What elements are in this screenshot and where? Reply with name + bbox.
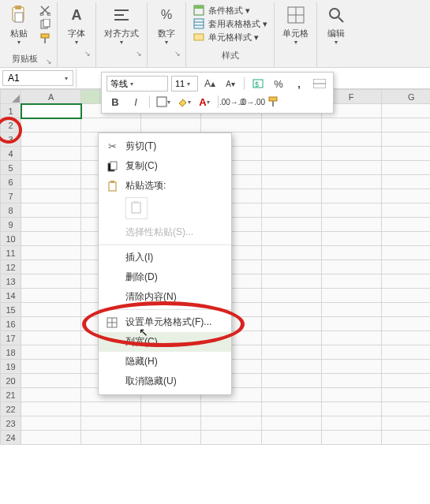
cell-A22[interactable]: [21, 402, 81, 416]
mini-shrink-font-icon[interactable]: A▾: [222, 76, 239, 91]
cell-G1[interactable]: [381, 104, 430, 118]
row-header-17[interactable]: 17: [1, 331, 21, 345]
cell-G19[interactable]: [381, 360, 430, 374]
cell-A15[interactable]: [21, 303, 81, 317]
cell-E2[interactable]: [261, 118, 321, 133]
cell-E3[interactable]: [261, 133, 321, 147]
cell-G20[interactable]: [381, 374, 430, 388]
row-header-13[interactable]: 13: [1, 274, 21, 289]
ctx-clear[interactable]: 清除内容(N): [99, 287, 231, 307]
cell-G17[interactable]: [381, 331, 430, 345]
cell-G5[interactable]: [381, 161, 430, 175]
clipboard-dialog-launcher-icon[interactable]: ↘: [46, 58, 52, 65]
cell-G21[interactable]: [381, 388, 430, 402]
cell-G16[interactable]: [381, 317, 430, 331]
row-header-19[interactable]: 19: [1, 360, 21, 374]
cell-D22[interactable]: [201, 402, 261, 416]
mini-font-name[interactable]: 等线▾: [107, 76, 168, 91]
ctx-cut[interactable]: ✂ 剪切(T): [99, 136, 231, 156]
name-box[interactable]: A1 ▾: [2, 70, 73, 86]
mini-font-color-icon[interactable]: A▾: [196, 94, 213, 110]
cell-E19[interactable]: [261, 360, 321, 374]
row-header-23[interactable]: 23: [1, 416, 21, 431]
mini-dec-decimal-icon[interactable]: .00→.0: [223, 94, 241, 110]
cell-D2[interactable]: [201, 118, 261, 133]
cell-E15[interactable]: [261, 303, 321, 317]
cell-B23[interactable]: [81, 416, 141, 431]
cell-E22[interactable]: [261, 402, 321, 416]
row-header-22[interactable]: 22: [1, 402, 21, 416]
ctx-hide[interactable]: 隐藏(H): [99, 352, 231, 371]
table-format-button[interactable]: 套用表格格式 ▾: [193, 17, 267, 30]
cell-E23[interactable]: [261, 416, 321, 431]
copy-icon[interactable]: [38, 18, 52, 31]
font-button[interactable]: A 字体 ▾: [61, 2, 92, 47]
row-header-4[interactable]: 4: [1, 147, 21, 161]
cell-A3[interactable]: [21, 133, 81, 147]
cell-A5[interactable]: [21, 161, 81, 175]
mini-format-painter-icon[interactable]: [264, 94, 282, 110]
cell-F20[interactable]: [321, 374, 381, 388]
cell-style-button[interactable]: 单元格样式 ▾: [193, 31, 267, 43]
cell-A4[interactable]: [21, 147, 81, 161]
conditional-format-button[interactable]: 条件格式 ▾: [193, 4, 267, 17]
cell-E12[interactable]: [261, 260, 321, 274]
cell-A24[interactable]: [21, 431, 81, 445]
mini-grow-font-icon[interactable]: A▴: [201, 76, 219, 91]
mini-merge-icon[interactable]: [311, 76, 328, 91]
align-button[interactable]: 对齐方式 ▾: [99, 2, 144, 47]
cell-F12[interactable]: [321, 260, 381, 274]
cell-E9[interactable]: [261, 218, 321, 232]
cell-A21[interactable]: [21, 388, 81, 402]
cell-E20[interactable]: [261, 374, 321, 388]
cell-G23[interactable]: [381, 416, 430, 431]
cell-A17[interactable]: [21, 331, 81, 345]
cell-G9[interactable]: [381, 218, 430, 232]
ctx-format-cells[interactable]: 设置单元格格式(F)...: [99, 312, 231, 332]
ctx-copy[interactable]: 复制(C): [99, 156, 231, 176]
cell-F16[interactable]: [321, 317, 381, 331]
cell-F7[interactable]: [321, 189, 381, 203]
cell-C23[interactable]: [141, 416, 201, 431]
cell-E24[interactable]: [261, 431, 321, 445]
cell-G24[interactable]: [381, 431, 430, 445]
row-header-16[interactable]: 16: [1, 317, 21, 331]
cell-F22[interactable]: [321, 402, 381, 416]
cell-A20[interactable]: [21, 374, 81, 388]
cell-A19[interactable]: [21, 360, 81, 374]
cell-D24[interactable]: [201, 431, 261, 445]
cell-F5[interactable]: [321, 161, 381, 175]
cell-F6[interactable]: [321, 175, 381, 189]
cell-F23[interactable]: [321, 416, 381, 431]
cell-A12[interactable]: [21, 260, 81, 274]
cell-A23[interactable]: [21, 416, 81, 431]
mini-italic-button[interactable]: I: [127, 94, 144, 110]
cell-F14[interactable]: [321, 289, 381, 303]
paste-button[interactable]: 粘贴 ▾: [3, 2, 35, 47]
cell-B2[interactable]: [81, 118, 141, 133]
row-header-18[interactable]: 18: [1, 345, 21, 360]
cell-G15[interactable]: [381, 303, 430, 317]
cell-G2[interactable]: [381, 118, 430, 133]
cells-button[interactable]: 单元格 ▾: [278, 2, 313, 47]
cell-B22[interactable]: [81, 402, 141, 416]
cell-A11[interactable]: [21, 246, 81, 260]
cell-C22[interactable]: [141, 402, 201, 416]
cell-B24[interactable]: [81, 431, 141, 445]
cell-E18[interactable]: [261, 345, 321, 360]
cell-A7[interactable]: [21, 189, 81, 203]
cell-E21[interactable]: [261, 388, 321, 402]
cell-A14[interactable]: [21, 289, 81, 303]
cell-F17[interactable]: [321, 331, 381, 345]
cell-A18[interactable]: [21, 345, 81, 360]
cell-G14[interactable]: [381, 289, 430, 303]
number-dialog-launcher-icon[interactable]: ↘: [174, 50, 181, 58]
cell-E16[interactable]: [261, 317, 321, 331]
row-header-8[interactable]: 8: [1, 203, 21, 218]
cell-A6[interactable]: [21, 175, 81, 189]
cell-F15[interactable]: [321, 303, 381, 317]
ctx-delete[interactable]: 删除(D): [99, 267, 231, 287]
cell-F8[interactable]: [321, 203, 381, 218]
row-header-2[interactable]: 2: [1, 118, 21, 133]
mini-font-size[interactable]: 11▾: [171, 76, 198, 91]
